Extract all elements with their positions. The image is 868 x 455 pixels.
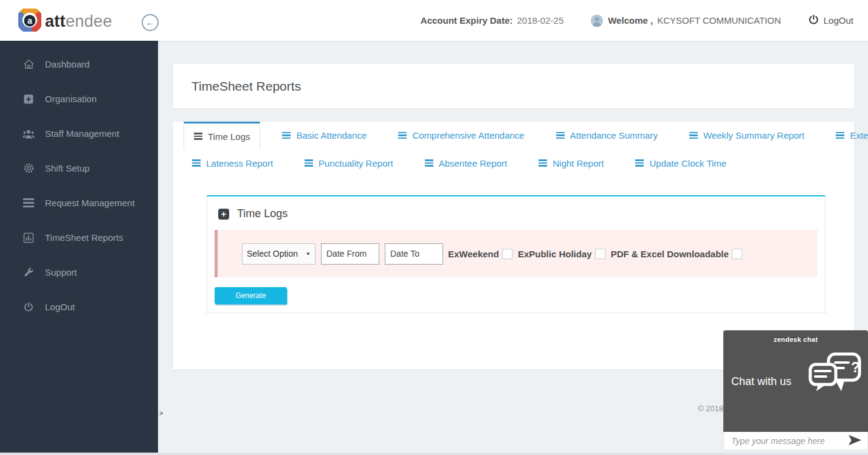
sidebar-item-label: TimeSheet Reports (45, 232, 123, 243)
panel-title: Time Logs (237, 207, 288, 220)
power-icon (808, 14, 819, 27)
list-icon (22, 198, 35, 207)
chat-input-bar (723, 432, 868, 450)
tab-label: Update Clock Time (649, 158, 726, 168)
back-arrow-icon: ← (146, 17, 155, 27)
hamburger-icon (635, 162, 644, 164)
page-title-card: TimeSheet Reports (173, 64, 854, 108)
tab-night-report[interactable]: Night Report (529, 151, 613, 175)
svg-text:?: ? (851, 359, 860, 375)
report-filter-form: Select Option ▼ ExWeekend ExPublic Holid… (215, 230, 818, 277)
sidebar-item-label: LogOut (45, 302, 75, 312)
hamburger-icon (305, 162, 313, 164)
tab-label: Punctuality Report (319, 158, 393, 168)
sidebar-item-request-management[interactable]: Request Management (0, 186, 158, 220)
date-to-input[interactable] (385, 243, 443, 265)
generate-button[interactable]: Generate (215, 287, 287, 304)
pdf-excel-downloadable-label: PDF & Excel Downloadable (611, 249, 729, 259)
tab-attendance-summary[interactable]: Attendance Summary (546, 122, 667, 149)
copyright-text: © 2018 (698, 404, 723, 413)
back-button[interactable]: ← (142, 14, 159, 31)
tab-label: Basic Attendance (296, 130, 367, 141)
account-expiry: Account Expiry Date: 2018-02-25 (421, 15, 563, 26)
logout-label: LogOut (824, 15, 853, 26)
zendesk-chat-brand: zendesk chat (723, 330, 868, 343)
expublic-holiday-checkbox[interactable] (595, 249, 605, 259)
chat-panel[interactable]: zendesk chat Chat with us ? (723, 330, 868, 432)
sidebar-item-label: Request Management (45, 198, 135, 208)
sidebar-item-shift-setup[interactable]: Shift Setup (0, 151, 158, 186)
chat-bubbles-icon: ? (808, 352, 862, 407)
tab-label: Absentee Report (439, 158, 508, 168)
power-icon (22, 302, 35, 313)
tab-update-clock-time[interactable]: Update Clock Time (625, 151, 736, 175)
tab-basic-attendance[interactable]: Basic Attendance (272, 122, 376, 149)
hamburger-icon (194, 136, 202, 137)
sidebar-item-dashboard[interactable]: Dashboard (0, 47, 158, 82)
tab-weekly-summary-report[interactable]: Weekly Summary Report (680, 122, 814, 149)
chat-message-input[interactable] (731, 436, 849, 446)
sidebar-item-label: Staff Management (45, 128, 119, 139)
bottom-border-strip (0, 453, 868, 455)
tab-lateness-report[interactable]: Lateness Report (182, 151, 283, 175)
tab-label: Attendance Summary (570, 130, 658, 141)
sidebar-item-organisation[interactable]: Organisation (0, 82, 158, 116)
tab-punctuality-report[interactable]: Punctuality Report (295, 151, 403, 175)
pdf-excel-downloadable-checkbox[interactable] (732, 249, 742, 259)
stray-text: > (159, 409, 163, 417)
tab-comprehensive-attendance[interactable]: Comprehensive Attendance (388, 122, 534, 149)
tab-label: Extended Report (850, 130, 868, 141)
tab-label: Weekly Summary Report (703, 130, 804, 141)
gear-icon (22, 162, 35, 174)
send-arrow-icon (849, 435, 861, 447)
wrench-icon (22, 267, 35, 278)
logout-button-header[interactable]: LogOut (808, 14, 853, 27)
welcome-label: Welcome , (608, 15, 653, 26)
sidebar-item-timesheet-reports[interactable]: TimeSheet Reports (0, 220, 158, 255)
logo-icon: a (18, 9, 41, 34)
hamburger-icon (192, 162, 201, 164)
tab-extended-report[interactable]: Extended Report (826, 122, 868, 149)
header-right: Account Expiry Date: 2018-02-25 Welcome … (421, 0, 853, 41)
tab-absentee-report[interactable]: Absentee Report (415, 151, 517, 175)
panel-header: + Time Logs (218, 207, 818, 220)
zendesk-chat-widget: zendesk chat Chat with us ? (723, 330, 868, 450)
tabs-row-1: Time Logs Basic Attendance Comprehensive… (173, 122, 854, 149)
expand-plus-icon[interactable]: + (218, 209, 229, 220)
sidebar-item-label: Support (45, 267, 77, 277)
hamburger-icon (556, 134, 565, 136)
company-name: KCYSOFT COMMUNICATION (657, 15, 781, 26)
hamburger-icon (836, 134, 844, 136)
exweekend-checkbox[interactable] (502, 249, 512, 259)
header: a attendee ← Account Expiry Date: 2018-0… (0, 0, 868, 41)
chevron-down-icon: ▼ (306, 251, 311, 257)
welcome-block: Welcome , KCYSOFT COMMUNICATION (590, 14, 781, 27)
tab-label: Night Report (553, 158, 604, 168)
exweekend-label: ExWeekend (448, 249, 499, 259)
tab-time-logs[interactable]: Time Logs (184, 122, 260, 149)
svg-text:a: a (27, 16, 32, 26)
hamburger-icon (539, 162, 547, 164)
sidebar-item-label: Organisation (45, 94, 97, 104)
tab-label: Comprehensive Attendance (412, 130, 524, 141)
logo-text: attendee (45, 12, 112, 31)
account-expiry-value: 2018-02-25 (517, 15, 564, 26)
date-from-input[interactable] (321, 243, 379, 265)
home-icon (22, 58, 35, 70)
sidebar-item-label: Shift Setup (45, 163, 89, 173)
sidebar-item-staff-management[interactable]: Staff Management (0, 116, 158, 151)
tab-label: Lateness Report (206, 158, 273, 168)
tab-label: Time Logs (208, 131, 250, 142)
hamburger-icon (398, 134, 407, 136)
sidebar-item-support[interactable]: Support (0, 255, 158, 290)
select-option-value: Select Option (247, 249, 306, 259)
expublic-holiday-label: ExPublic Holiday (518, 249, 592, 259)
hamburger-icon (689, 134, 698, 136)
select-option-dropdown[interactable]: Select Option ▼ (242, 243, 315, 265)
plus-square-icon (22, 94, 35, 105)
bar-chart-icon (22, 232, 35, 243)
sidebar: Dashboard Organisation Staff Management … (0, 41, 158, 455)
logo[interactable]: a attendee (18, 9, 112, 34)
send-button[interactable] (849, 435, 861, 447)
sidebar-item-logout[interactable]: LogOut (0, 290, 158, 324)
